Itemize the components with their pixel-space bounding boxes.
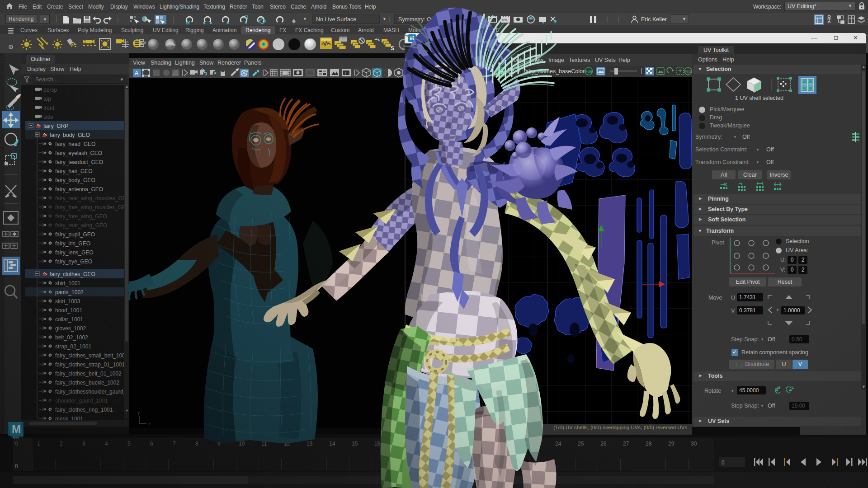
svg-text:RVA: RVA bbox=[13, 436, 19, 439]
svg-text:M: M bbox=[12, 423, 21, 435]
